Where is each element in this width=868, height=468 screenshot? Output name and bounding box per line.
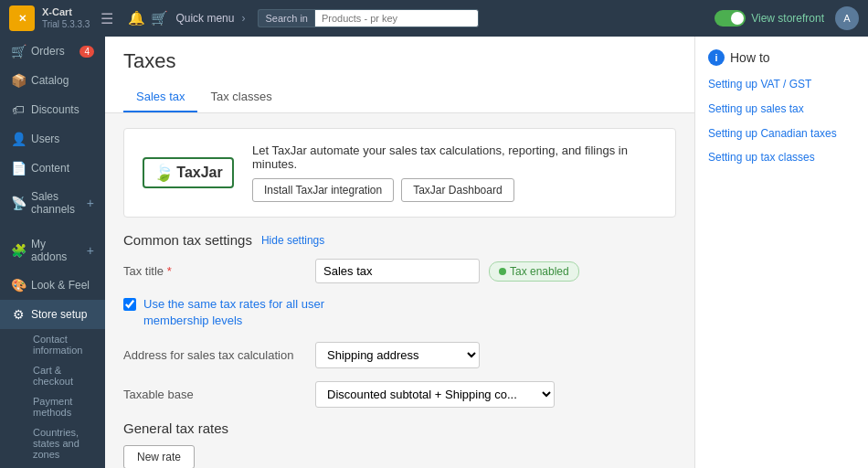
contact-label: Contact information [33,334,98,356]
toggle-switch[interactable] [715,10,746,27]
look-feel-icon: 🎨 [11,278,26,292]
users-label: Users [31,133,59,145]
sidebar-item-payment[interactable]: Payment methods [26,391,105,422]
sidebar-item-sales-channels[interactable]: 📡 Sales channels + [0,183,105,223]
topbar: ✕ X-Cart Trial 5.3.3.3 ☰ 🔔 🛒 Quick menu … [0,0,868,37]
sidebar-item-my-addons[interactable]: 🧩 My addons + [0,230,105,271]
bell-icon[interactable]: 🔔 [128,10,145,27]
taxjar-logo-text: TaxJar [176,165,222,181]
same-rates-label[interactable]: Use the same tax rates for all user memb… [143,296,326,329]
info-icon: i [708,49,725,66]
topbar-notifications: 🔔 🛒 [128,10,168,27]
avatar[interactable]: A [835,6,859,30]
orders-label: Orders [31,45,65,58]
tax-title-input[interactable] [315,259,480,283]
addons-label: My addons [31,238,81,263]
howto-link-sales-tax[interactable]: Setting up sales tax [708,101,855,117]
catalog-icon: 📦 [11,73,26,88]
taxable-base-row: Taxable base Discounted subtotal + Shipp… [123,381,676,408]
taxjar-actions: Install TaxJar integration TaxJar Dashbo… [252,178,657,202]
howto-title: i How to [708,49,855,66]
taxable-base-select[interactable]: Discounted subtotal + Shipping co... Sub… [315,381,555,408]
tax-enabled-text: Tax enabled [510,265,569,278]
general-tax-rates: General tax rates New rate Zone Manage z… [123,420,676,468]
view-storefront-link[interactable]: View storefront [751,12,824,25]
addons-icon: 🧩 [11,243,26,258]
addons-add-icon[interactable]: + [87,243,94,258]
content-label: Content [31,162,69,175]
sidebar-item-look-feel[interactable]: 🎨 Look & Feel [0,271,105,300]
install-taxjar-button[interactable]: Install TaxJar integration [252,178,394,202]
common-tax-settings: Common tax settings Hide settings Tax ti… [123,232,676,408]
tax-enabled-dot [499,268,506,275]
sidebar-item-countries[interactable]: Countries, states and zones [26,422,105,464]
sidebar-item-catalog[interactable]: 📦 Catalog [0,66,105,95]
tax-enabled-badge: Tax enabled [489,261,579,282]
sidebar-item-cart[interactable]: Cart & checkout [26,360,105,391]
content-area: 🍃 TaxJar Let TaxJar automate your sales … [105,113,694,468]
quickmenu-arrow: › [241,12,245,25]
hamburger-icon[interactable]: ☰ [97,6,117,31]
sidebar-item-content[interactable]: 📄 Content [0,154,105,183]
taxjar-description: Let TaxJar automate your sales tax calcu… [252,144,657,171]
sales-channels-add-icon[interactable]: + [87,196,94,210]
sidebar-item-shipping[interactable]: Shipping [26,464,105,468]
main-content: Taxes Sales tax Tax classes 🍃 TaxJar Let… [105,37,694,468]
brand-version: Trial 5.3.3.3 [42,19,90,30]
sales-channels-label: Sales channels [31,190,81,216]
tax-title-row: Tax title * Tax enabled [123,259,676,283]
store-setup-icon: ⚙ [11,307,26,322]
payment-label: Payment methods [33,396,98,418]
taxjar-leaf-icon: 🍃 [153,163,174,183]
address-label: Address for sales tax calculation [123,348,306,362]
orders-badge: 4 [79,46,94,58]
search-type-selector[interactable]: Search in [258,9,313,27]
discounts-icon: 🏷 [11,102,26,117]
discounts-label: Discounts [31,103,79,116]
common-settings-title: Common tax settings [123,232,252,248]
logo-icon: ✕ [18,13,26,25]
taxjar-logo: 🍃 TaxJar [143,157,234,188]
address-select[interactable]: Shipping address Billing address [315,342,480,368]
tab-sales-tax[interactable]: Sales tax [123,82,197,112]
taxjar-dashboard-button[interactable]: TaxJar Dashboard [401,178,513,202]
sidebar-item-orders[interactable]: 🛒 Orders 4 [0,37,105,66]
orders-icon: 🛒 [11,44,26,58]
tabs: Sales tax Tax classes [123,82,676,112]
sidebar-item-contact[interactable]: Contact information [26,329,105,360]
taxjar-desc-area: Let TaxJar automate your sales tax calcu… [252,144,657,202]
countries-label: Countries, states and zones [33,427,98,460]
rates-title: General tax rates [123,420,676,436]
taxjar-banner: 🍃 TaxJar Let TaxJar automate your sales … [123,128,676,218]
search-input[interactable] [314,9,479,27]
cart-label: Cart & checkout [33,365,98,387]
layout: 🛒 Orders 4 📦 Catalog 🏷 Discounts 👤 Users… [0,37,868,468]
quickmenu-button[interactable]: Quick menu [175,12,234,25]
new-rate-button[interactable]: New rate [123,445,195,468]
users-icon: 👤 [11,132,26,146]
howto-title-text: How to [730,50,770,65]
howto-link-tax-classes[interactable]: Setting up tax classes [708,150,855,165]
brand-name: X-Cart [42,6,90,18]
content-icon: 📄 [11,161,26,176]
taxable-base-label: Taxable base [123,388,306,401]
topbar-right: View storefront A [715,6,859,30]
hide-settings-link[interactable]: Hide settings [261,234,324,247]
sidebar-item-discounts[interactable]: 🏷 Discounts [0,95,105,124]
tab-tax-classes[interactable]: Tax classes [197,82,284,112]
address-row: Address for sales tax calculation Shippi… [123,342,676,368]
look-feel-label: Look & Feel [31,279,90,292]
sidebar-item-users[interactable]: 👤 Users [0,124,105,154]
storefront-toggle: View storefront [715,10,824,27]
howto-link-canadian[interactable]: Setting up Canadian taxes [708,126,855,142]
common-settings-header: Common tax settings Hide settings [123,232,676,248]
page-title: Taxes [123,49,676,73]
sidebar-item-store-setup[interactable]: ⚙ Store setup [0,300,105,329]
same-rates-checkbox[interactable] [123,298,136,311]
search-bar: Search in [258,9,478,27]
howto-link-vat[interactable]: Setting up VAT / GST [708,77,855,92]
cart-icon[interactable]: 🛒 [151,10,168,27]
howto-panel: i How to Setting up VAT / GST Setting up… [694,37,868,468]
logo[interactable]: ✕ [9,5,35,31]
same-rates-row: Use the same tax rates for all user memb… [123,296,676,329]
